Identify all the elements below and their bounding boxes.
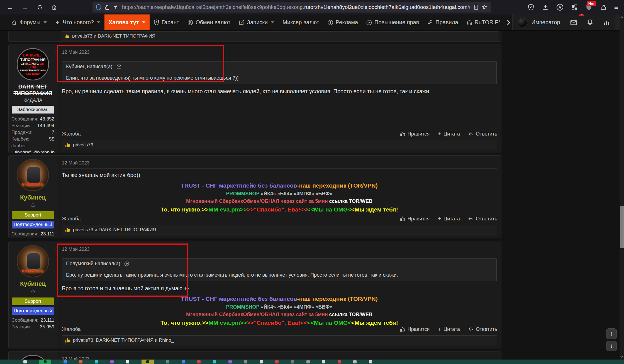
extension-a-icon[interactable]: A [556, 4, 564, 11]
stats-button[interactable] [598, 14, 615, 30]
chevron-down-icon [142, 21, 145, 23]
quote-button[interactable]: + Цитата [438, 216, 460, 222]
taskbar-app-active[interactable] [39, 360, 51, 364]
like-button[interactable]: Нравится [400, 131, 430, 137]
taskbar-app-icon[interactable] [197, 360, 201, 363]
taskbar-app-icon[interactable] [213, 360, 216, 363]
taskbar-app-icon[interactable] [338, 360, 341, 363]
report-link[interactable]: Жалоба [62, 131, 81, 137]
pocket-shield-icon[interactable] [527, 4, 535, 11]
taskbar-app-active[interactable] [142, 360, 154, 364]
taskbar-app-icon[interactable] [64, 360, 67, 363]
avatar[interactable]: DARK-NET ТИПОГРАФИЯ СТИКЕРЫ С QR-КОД РАС… [17, 48, 49, 80]
taskbar-app-icon[interactable] [244, 360, 247, 363]
bar-chart-icon [603, 19, 610, 26]
nav-rank-upgrade[interactable]: Повышение прав [362, 14, 423, 30]
taskbar-app-icon[interactable] [23, 360, 27, 363]
quote-button[interactable]: + Цитата [438, 326, 460, 333]
reactions-bar[interactable]: privetis73 и DARK-NET ТИПОГРАФИЯ [61, 31, 498, 41]
reply-button[interactable]: Ответить [468, 216, 497, 222]
taskbar-app-icon[interactable] [275, 360, 279, 363]
taskbar-app-icon[interactable] [260, 360, 263, 363]
scroll-to-top-button[interactable]: ↑ [606, 328, 617, 339]
stat-row: Сообщения:23.111 [11, 318, 54, 323]
nav-currency-exchange[interactable]: Обмен валют [183, 14, 235, 30]
inbox-button[interactable] [565, 14, 582, 30]
nav-notes[interactable]: Записки [235, 14, 278, 30]
lock-icon[interactable] [105, 4, 110, 10]
alerts-button[interactable]: 1 [582, 14, 598, 30]
os-taskbar[interactable] [0, 360, 624, 364]
reactions-bar[interactable]: privetis73, DARK-NET ТИПОГРАФИЯ и Rhino_ [62, 335, 497, 345]
like-button[interactable]: Нравится [400, 326, 430, 332]
reactions-bar[interactable]: privetis73 и DARK-NET ТИПОГРАФИЯ [62, 225, 497, 235]
like-button[interactable]: Нравится [400, 216, 430, 222]
taskbar-app-icon[interactable] [166, 360, 169, 363]
thumbs-up-icon [65, 142, 70, 148]
nav-advertising[interactable]: Реклама [323, 14, 362, 30]
nav-forums[interactable]: Форумы [7, 14, 51, 30]
menu-icon[interactable]: ≡ [614, 3, 618, 12]
reply-button[interactable]: Ответить [468, 131, 497, 137]
scrollbar-thumb[interactable] [620, 206, 624, 248]
nav-guarantor[interactable]: Гарант [150, 14, 183, 30]
quote-button[interactable]: + Цитата [438, 131, 460, 137]
thumbs-up-icon [400, 327, 405, 332]
taskbar-app-icon[interactable] [95, 360, 98, 363]
avatar[interactable]: КУБИНЕЦ [17, 245, 49, 277]
nav-rules[interactable]: Правила [423, 14, 462, 30]
username-link[interactable]: Кубинец [11, 194, 55, 201]
username-link[interactable]: Кубинец [11, 280, 55, 287]
taskbar-app-icon[interactable] [291, 360, 294, 363]
taskbar-app-icon[interactable] [126, 360, 129, 363]
taskbar-app-icon[interactable] [369, 360, 372, 363]
nav-whats-new[interactable]: Что нового? [51, 14, 104, 30]
forward-icon[interactable]: → [22, 3, 28, 11]
account-menu[interactable]: Император [513, 14, 565, 30]
downloads-icon[interactable] [542, 4, 549, 11]
extension-icon[interactable] [600, 4, 607, 11]
scrollbar-down-icon[interactable] [620, 355, 623, 358]
message-cell: 12 Май 2023 Ты же знаешь мой актив бро))… [57, 156, 501, 238]
stat-row: Сообщения:23.111 [11, 231, 54, 237]
bookmark-star-icon[interactable] [482, 4, 488, 10]
nav-mixer[interactable]: Миксер валют [278, 14, 323, 30]
reactions-bar[interactable]: privetis73 [62, 140, 497, 150]
nav-overflow-chevron-icon[interactable] [504, 14, 512, 30]
taskbar-app-icon[interactable] [322, 360, 325, 363]
thumbs-up-icon [64, 33, 70, 39]
scroll-to-bottom-button[interactable]: ↓ [606, 341, 617, 351]
taskbar-app-icon[interactable] [353, 360, 357, 363]
nav-rutor-fm[interactable]: RuTOR FM [462, 14, 504, 30]
taskbar-app-icon[interactable] [110, 360, 114, 363]
taskbar-app-icon[interactable] [79, 360, 82, 363]
scrollbar-up-icon[interactable] [620, 16, 623, 19]
taskbar-app-icon[interactable] [306, 360, 310, 363]
report-link[interactable]: Жалоба [62, 326, 81, 332]
tracking-shield-icon[interactable] [96, 4, 101, 10]
permissions-icon[interactable] [113, 5, 119, 9]
user-avatar[interactable] [518, 18, 527, 27]
avatar[interactable]: КУБИНЕЦ [17, 159, 49, 191]
jabber-value[interactable]: tipograf1@xmpp.jp [11, 150, 55, 153]
post-date[interactable]: 12 Май 2023 [62, 158, 497, 169]
post-body: Ты же знаешь мой актив бро)) [62, 172, 497, 178]
taskbar-app-icon[interactable] [182, 360, 185, 363]
home-icon[interactable] [51, 4, 57, 10]
username[interactable]: Император [532, 19, 560, 26]
username-link[interactable]: DARK-NET ТИПОГРАФИЯ [11, 83, 55, 97]
back-icon[interactable]: ← [7, 3, 13, 11]
qr-extension-icon[interactable] [571, 4, 578, 11]
blocker-extension-icon[interactable]: Нет [585, 4, 593, 11]
taskbar-app-icon[interactable] [228, 360, 232, 363]
reply-arrow-icon [468, 132, 474, 136]
nav-freebies-active-tab[interactable]: Халява тут [104, 14, 150, 30]
user-title: КИДАЛА [11, 98, 55, 103]
reload-icon[interactable] [37, 4, 43, 10]
scrollbar[interactable] [620, 14, 624, 364]
reply-button[interactable]: Ответить [468, 326, 497, 332]
report-link[interactable]: Жалоба [62, 216, 81, 222]
url-bar[interactable]: https://oachiezeephaiw1iqu8caixei5paejah… [92, 2, 491, 13]
reader-mode-icon[interactable] [474, 4, 479, 10]
user-card: DARK-NET ТИПОГРАФИЯ СТИКЕРЫ С QR-КОД РАС… [9, 45, 57, 153]
